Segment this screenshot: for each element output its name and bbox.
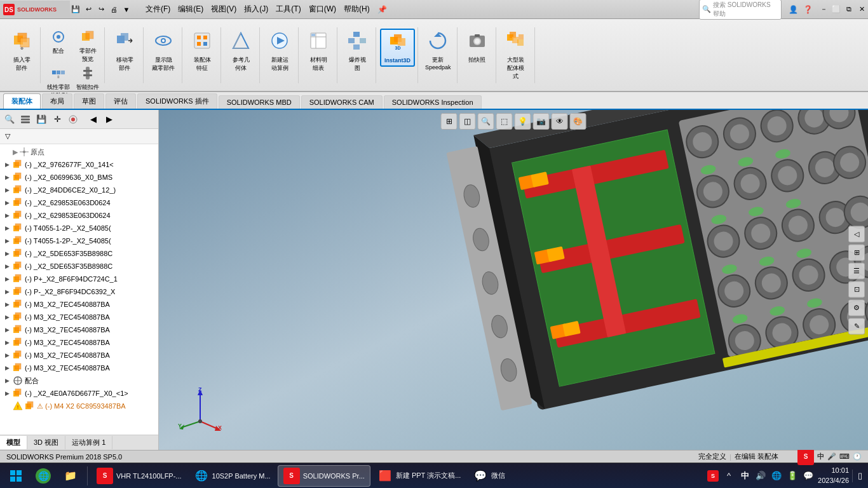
panel-tab-model[interactable]: 模型 [0, 436, 27, 449]
tree-item[interactable]: ▶ (-) _X2_629853E063D0624 [0, 196, 158, 209]
quick-save-btn[interactable]: 💾 [70, 4, 81, 15]
panel-list-btn[interactable] [18, 112, 32, 126]
update-speedpak-btn[interactable]: 更新Speedpak [422, 29, 454, 72]
component-preview-btn[interactable]: 零部件预览 [74, 29, 102, 65]
tab-sw-plugins[interactable]: SOLIDWORKS 插件 [137, 93, 217, 109]
panel-collapse-btn[interactable]: ◀ [86, 112, 100, 126]
view-orient-btn[interactable]: ⊞ [441, 113, 458, 130]
panel-color-btn[interactable] [66, 112, 80, 126]
new-motion-study-btn[interactable]: 新建运动算例 [264, 29, 295, 74]
tab-evaluate[interactable]: 评估 [105, 93, 136, 109]
menu-file[interactable]: 文件(F) [142, 3, 174, 16]
tree-item[interactable]: ▶ (-) M3_X2_7EC4540887BA [0, 336, 158, 349]
tree-origin[interactable]: ▶ 原点 [0, 146, 158, 158]
rt-split-view-btn[interactable]: ⊞ [848, 244, 865, 261]
tree-item[interactable]: ▶ (-) _X2_84DD6CE2_X0_12_) [0, 184, 158, 196]
tab-layout[interactable]: 布局 [42, 93, 72, 109]
rt-edit-btn[interactable]: ✎ [848, 318, 865, 334]
tree-item[interactable]: ▶ (-) _X2_629853E063D0624 [0, 209, 158, 222]
view-zoom-btn[interactable]: 🔍 [478, 113, 494, 130]
menu-pin[interactable]: 📌 [374, 4, 391, 15]
tree-item[interactable]: ▶ (-) _X2_60699636_X0_BMS [0, 171, 158, 184]
panel-search-btn[interactable]: 🔍 [3, 112, 17, 126]
tree-item[interactable]: ▶ (-) M3_X2_7EC4540887BA [0, 298, 158, 311]
assembly-features-btn[interactable]: 装配体特征 [186, 29, 218, 74]
system-clock[interactable]: 10:01 2023/4/26 [818, 466, 849, 485]
menu-edit[interactable]: 编辑(E) [174, 3, 207, 16]
tree-item[interactable]: ▶ (-) _X2_5DE653F35B8988C [0, 247, 158, 260]
tree-item[interactable]: ▶ (-) P+_X2_8F6F94DC724C_1 [0, 273, 158, 285]
menu-view[interactable]: 视图(V) [207, 3, 240, 16]
quick-redo-btn[interactable]: ↪ [95, 4, 107, 15]
tray-expand-btn[interactable]: ^ [722, 470, 735, 482]
menu-tools[interactable]: 工具(T) [272, 3, 304, 16]
menu-help[interactable]: 帮助(H) [340, 3, 374, 16]
search-box[interactable]: 🔍 搜索 SOLIDWORKS 帮助 [699, 0, 782, 20]
tray-battery-icon[interactable]: 🔋 [786, 470, 799, 482]
panel-tab-3d[interactable]: 3D 视图 [27, 436, 65, 449]
tray-network-icon[interactable]: 🌐 [770, 470, 783, 482]
view-display-btn[interactable]: ◫ [459, 113, 476, 130]
filter-icon[interactable]: ▽ [3, 132, 13, 142]
tree-item-warning[interactable]: ! ⚠ (-) M4 X2 6C89593487BA [0, 400, 158, 412]
ppt-btn[interactable]: 🟥 新建 PPT 演示文稿... [372, 465, 466, 487]
move-component-btn[interactable]: 移动零部件 [109, 29, 140, 74]
explode-view-btn[interactable]: 爆炸视图 [341, 29, 373, 74]
3d-viewport[interactable]: ⊞ ◫ 🔍 ⬚ 💡 📷 👁 🎨 [159, 110, 868, 450]
rt-resize-btn[interactable]: ⊡ [848, 281, 865, 297]
tree-item[interactable]: ▶ (-) _X2_9762677F_X0_141< [0, 158, 158, 171]
tray-sw-icon[interactable]: S [707, 470, 719, 482]
tab-sketch[interactable]: 草图 [74, 93, 104, 109]
start-button[interactable] [3, 465, 29, 487]
wechat-btn[interactable]: 💬 微信 [468, 465, 510, 487]
large-assembly-btn[interactable]: 大型装配体模式 [500, 29, 532, 83]
quick-print-btn[interactable]: 🖨 [108, 4, 119, 15]
minimize-btn[interactable]: － [817, 3, 830, 16]
tree-item[interactable]: ▶ (-) _X2_4E0A76D6677F_X0_<1> [0, 387, 158, 400]
tab-assembly[interactable]: 装配体 [3, 93, 41, 109]
tab-sw-mbd[interactable]: SOLIDWORKS MBD [219, 95, 300, 109]
tree-assembly[interactable]: ▶ 配合 [0, 374, 158, 387]
close-btn[interactable]: ✕ [855, 3, 868, 16]
reference-geometry-btn[interactable]: 参考几何体 [225, 29, 257, 74]
battery-file-btn[interactable]: 🌐 10S2P Battery M... [189, 465, 276, 487]
tree-item[interactable]: ▶ (-) _X2_5DE653F35B8988C [0, 260, 158, 273]
tray-volume-icon[interactable]: 🔊 [754, 470, 767, 482]
tray-lang-btn[interactable]: 中 [738, 470, 751, 482]
show-hide-btn[interactable]: 显示隐藏零部件 [147, 29, 179, 74]
vhr-file-btn[interactable]: S VHR TL24100LFP-... [92, 465, 187, 487]
view-section-btn[interactable]: ⬚ [496, 113, 513, 130]
rt-settings-btn[interactable]: ⚙ [848, 299, 865, 316]
snapshot-btn[interactable]: 拍快照 [461, 29, 493, 66]
menu-window[interactable]: 窗口(W) [305, 3, 340, 16]
view-appearance-btn[interactable]: 🎨 [570, 113, 587, 130]
panel-expand-btn[interactable]: ▶ [102, 112, 116, 126]
maximize-btn[interactable]: ⧉ [843, 3, 855, 16]
view-hide-btn[interactable]: 👁 [552, 113, 568, 130]
show-desktop-btn[interactable]: ▯ [852, 470, 865, 482]
tab-sw-cam[interactable]: SOLIDWORKS CAM [301, 95, 383, 109]
file-explorer-btn[interactable]: 📁 [58, 465, 83, 487]
rt-normal-view-btn[interactable]: ◁ [848, 226, 865, 242]
tree-item[interactable]: ▶ (-) P-_X2_8F6F94DC6392_X [0, 285, 158, 298]
insert-component-btn[interactable]: ⊕ 插入零部件 [6, 29, 37, 74]
tree-item[interactable]: ▶ (-) T4055-1-2P-_X2_54085( [0, 222, 158, 234]
tree-item[interactable]: ▶ (-) M3_X2_7EC4540887BA [0, 362, 158, 374]
panel-save-btn[interactable]: 💾 [34, 112, 48, 126]
tray-notif-icon[interactable]: 💬 [802, 470, 815, 482]
instant3d-btn[interactable]: 3D Instant3D [380, 29, 415, 67]
tab-sw-inspection[interactable]: SOLIDWORKS Inspection [384, 95, 482, 109]
menu-insert[interactable]: 插入(J) [240, 3, 272, 16]
view-camera-btn[interactable]: 📷 [533, 113, 550, 130]
quick-options-btn[interactable]: ▼ [121, 4, 132, 15]
restore-btn[interactable]: ⬜ [830, 3, 843, 16]
tree-item[interactable]: ▶ (-) T4055-1-2P-_X2_54085( [0, 234, 158, 247]
tree-item[interactable]: ▶ (-) M3_X2_7EC4540887BA [0, 311, 158, 323]
panel-tab-motion[interactable]: 运动算例 1 [65, 436, 112, 449]
search-btn[interactable]: 🌐 [31, 465, 56, 487]
panel-add-btn[interactable]: ✛ [50, 112, 64, 126]
rt-menu-btn[interactable]: ☰ [848, 262, 865, 279]
view-lights-btn[interactable]: 💡 [515, 113, 531, 130]
tree-item[interactable]: ▶ (-) M3_X2_7EC4540887BA [0, 323, 158, 336]
bom-btn[interactable]: 材料明细表 [302, 29, 334, 74]
